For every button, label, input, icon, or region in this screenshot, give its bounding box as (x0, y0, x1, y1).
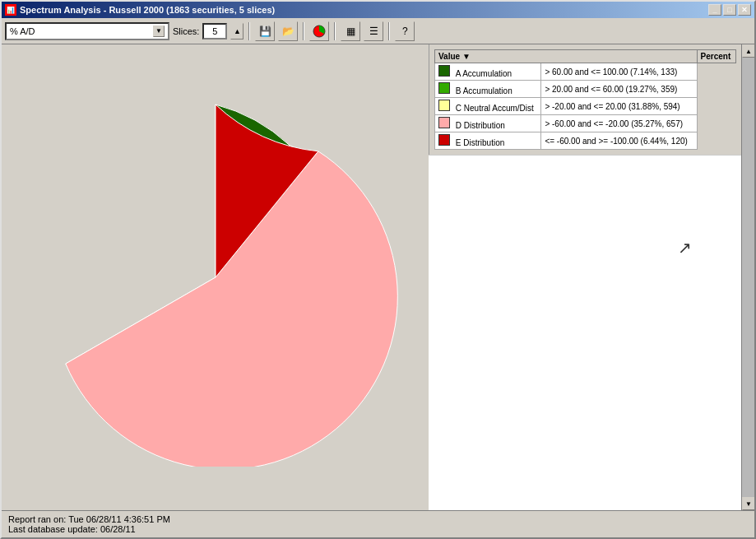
footer: Report ran on: Tue 06/28/11 4:36:51 PM L… (2, 510, 754, 537)
toolbar-separator-2 (303, 22, 304, 40)
legend-swatch (438, 65, 450, 77)
legend-item-label: B Accumulation (456, 86, 513, 95)
chart-area (2, 44, 429, 510)
legend-item[interactable]: B Accumulation > 20.00 and <= 60.00 (19.… (435, 81, 736, 98)
window-title: Spectrum Analysis - Russell 2000 (1863 s… (20, 5, 275, 15)
slices-label: Slices: (173, 26, 199, 36)
save-button[interactable]: 💾 (255, 21, 275, 41)
legend-item[interactable]: E Distribution <= -60.00 and >= -100.00 … (435, 132, 736, 150)
chart-button[interactable] (309, 21, 329, 41)
legend-item[interactable]: D Distribution > -60.00 and <= -20.00 (3… (435, 115, 736, 132)
pie-chart (26, 88, 405, 467)
report-ran-text: Report ran on: Tue 06/28/11 4:36:51 PM (8, 514, 748, 524)
app-icon: 📊 (5, 4, 16, 16)
legend-swatch (438, 134, 450, 146)
minimize-button[interactable]: _ (708, 4, 721, 16)
cursor-icon: ↗ (678, 238, 692, 258)
legend-color-cell: A Accumulation (435, 63, 541, 81)
legend-color-cell: C Neutral Accum/Dist (435, 98, 541, 115)
slices-input[interactable]: 5 (202, 23, 227, 39)
legend-swatch (438, 82, 450, 94)
col-percent-header: Percent (697, 50, 735, 63)
metric-dropdown[interactable]: % A/D ▼ (5, 22, 169, 40)
scrollbar: ▲ ▼ (741, 44, 754, 510)
main-content: Value ▼ Percent A Accumulation > 60.00 a… (2, 44, 754, 510)
legend-range-cell: > -20.00 and <= 20.00 (31.88%, 594) (541, 98, 697, 115)
slices-increase-button[interactable]: ▲ (230, 23, 243, 39)
main-window: 📊 Spectrum Analysis - Russell 2000 (1863… (0, 0, 756, 539)
legend-item-label: C Neutral Accum/Dist (456, 104, 534, 113)
legend-color-cell: D Distribution (435, 115, 541, 132)
last-update-text: Last database update: 06/28/11 (8, 524, 748, 534)
close-button[interactable]: ✕ (738, 4, 751, 16)
dropdown-value: % A/D (10, 26, 35, 36)
col-value-header: Value ▼ (435, 50, 698, 63)
help-button[interactable]: ? (395, 21, 415, 41)
legend-swatch (438, 117, 450, 128)
toolbar-separator-4 (388, 22, 390, 40)
toolbar-separator-1 (248, 22, 250, 40)
legend-range-cell: > -60.00 and <= -20.00 (35.27%, 657) (541, 115, 697, 132)
legend-area: Value ▼ Percent A Accumulation > 60.00 a… (429, 44, 741, 155)
legend-item-label: A Accumulation (456, 69, 512, 78)
maximize-button[interactable]: □ (723, 4, 736, 16)
pie-chart-container (10, 53, 420, 502)
title-bar: 📊 Spectrum Analysis - Russell 2000 (1863… (2, 2, 754, 18)
right-panel: Value ▼ Percent A Accumulation > 60.00 a… (429, 44, 741, 510)
title-bar-left: 📊 Spectrum Analysis - Russell 2000 (1863… (5, 4, 275, 16)
scroll-track[interactable] (742, 58, 754, 497)
toolbar-separator-3 (334, 22, 336, 40)
legend-item[interactable]: A Accumulation > 60.00 and <= 100.00 (7.… (435, 63, 736, 81)
grid-button[interactable]: ▦ (341, 21, 360, 41)
legend-item-label: E Distribution (456, 138, 504, 147)
chart-blank-area: ↗ (429, 155, 741, 510)
scroll-up-button[interactable]: ▲ (742, 44, 754, 58)
legend-color-cell: B Accumulation (435, 81, 541, 98)
chart-interaction-area: ↗ (429, 156, 741, 510)
legend-range-cell: > 20.00 and <= 60.00 (19.27%, 359) (541, 81, 697, 98)
scroll-down-button[interactable]: ▼ (742, 497, 754, 510)
legend-item[interactable]: C Neutral Accum/Dist > -20.00 and <= 20.… (435, 98, 736, 115)
dropdown-arrow-icon[interactable]: ▼ (153, 26, 165, 37)
list-button[interactable]: ☰ (364, 21, 383, 41)
toolbar: % A/D ▼ Slices: 5 ▲ 💾 📂 ▦ ☰ ? (2, 18, 754, 44)
legend-item-label: D Distribution (456, 121, 505, 130)
legend-color-cell: E Distribution (435, 132, 541, 150)
title-buttons: _ □ ✕ (708, 4, 751, 16)
legend-range-cell: <= -60.00 and >= -100.00 (6.44%, 120) (541, 132, 697, 150)
legend-range-cell: > 60.00 and <= 100.00 (7.14%, 133) (541, 63, 697, 81)
open-button[interactable]: 📂 (278, 21, 298, 41)
legend-table: Value ▼ Percent A Accumulation > 60.00 a… (434, 49, 736, 150)
legend-swatch (438, 100, 450, 111)
